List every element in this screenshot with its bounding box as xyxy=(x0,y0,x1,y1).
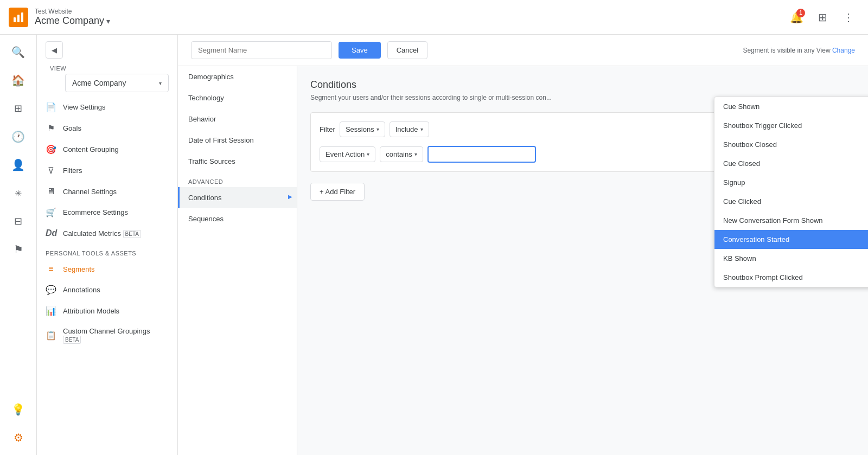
nav-flag[interactable]: ⚑ xyxy=(5,236,31,262)
sidebar: ◀ VIEW Acme Company ▾ 📄 View Settings ⚑ … xyxy=(37,35,178,455)
event-action-dropdown[interactable]: Event Action ▾ xyxy=(320,146,375,162)
main-layout: 🔍 🏠 ⊞ 🕐 👤 ✳ ⊟ ⚑ 💡 ⚙ ◀ VIEW Acme Company … xyxy=(0,35,868,455)
cancel-button[interactable]: Cancel xyxy=(387,41,427,59)
include-arrow: ▾ xyxy=(420,126,423,132)
dropdown-item-signup[interactable]: Signup xyxy=(714,173,868,192)
notification-badge: 1 xyxy=(796,9,805,17)
nav-dashboard[interactable]: ⊞ xyxy=(5,95,31,121)
add-filter-button[interactable]: + Add Filter xyxy=(310,183,365,201)
dropdown-item-shoutbox-closed[interactable]: Shoutbox Closed xyxy=(714,135,868,154)
nav-users[interactable]: 👤 xyxy=(5,152,31,178)
view-settings-icon: 📄 xyxy=(46,102,56,112)
seg-nav-sequences[interactable]: Sequences xyxy=(178,208,297,229)
beta-badge-channel: BETA xyxy=(63,336,81,344)
seg-nav-traffic-sources[interactable]: Traffic Sources xyxy=(178,151,297,172)
channel-settings-icon: 🖥 xyxy=(46,187,56,196)
dropdown-item-shoutbox-prompt-clicked[interactable]: Shoutbox Prompt Clicked xyxy=(714,268,868,287)
annotations-icon: 💬 xyxy=(46,285,56,295)
sidebar-item-custom-channel-groupings[interactable]: 📋 Custom Channel Groupings BETA xyxy=(37,322,177,349)
seg-nav-behavior[interactable]: Behavior xyxy=(178,108,297,130)
filter-type-dropdown[interactable]: Sessions ▾ xyxy=(340,121,385,137)
dropdown-item-cue-clicked[interactable]: Cue Clicked xyxy=(714,192,868,211)
apps-button[interactable]: ⊞ xyxy=(812,7,833,28)
segment-body: Demographics Technology Behavior Date of… xyxy=(178,66,868,455)
seg-nav-demographics[interactable]: Demographics xyxy=(178,66,297,87)
nav-reports[interactable]: 🕐 xyxy=(5,124,31,150)
visibility-text: Segment is visible in any View Change xyxy=(743,47,855,54)
segment-nav-panel: Demographics Technology Behavior Date of… xyxy=(178,66,297,455)
change-link[interactable]: Change xyxy=(832,47,855,54)
left-nav: 🔍 🏠 ⊞ 🕐 👤 ✳ ⊟ ⚑ 💡 ⚙ xyxy=(0,35,37,455)
filters-icon: ⊽ xyxy=(46,165,56,176)
sidebar-item-filters[interactable]: ⊽ Filters xyxy=(37,160,177,181)
advanced-section-label: Advanced xyxy=(178,172,297,187)
contains-dropdown[interactable]: contains ▾ xyxy=(380,146,423,162)
custom-channel-icon: 📋 xyxy=(46,330,56,341)
segment-content-panel: Conditions Segment your users and/or the… xyxy=(297,66,868,455)
contains-arrow: ▾ xyxy=(414,151,417,157)
content-area: Save Cancel Segment is visible in any Vi… xyxy=(178,35,868,455)
sidebar-header: ◀ xyxy=(37,35,177,65)
back-button[interactable]: ◀ xyxy=(46,41,63,59)
app-logo xyxy=(9,8,28,27)
segment-name-input[interactable] xyxy=(191,41,332,59)
sidebar-item-content-grouping[interactable]: 🎯 Content Grouping xyxy=(37,139,177,160)
nav-acquisition[interactable]: ✳ xyxy=(5,180,31,206)
seg-nav-technology[interactable]: Technology xyxy=(178,87,297,108)
event-action-arrow: ▾ xyxy=(367,151,369,157)
account-dropdown-arrow: ▾ xyxy=(106,17,110,25)
view-select[interactable]: Acme Company ▾ xyxy=(65,74,169,92)
dropdown-item-cue-closed[interactable]: Cue Closed xyxy=(714,154,868,173)
nav-home[interactable]: 🏠 xyxy=(5,67,31,93)
autocomplete-dropdown: Cue Shown Shoutbox Trigger Clicked Shout… xyxy=(714,97,868,287)
nav-lightbulb[interactable]: 💡 xyxy=(5,396,31,422)
filter-label: Filter xyxy=(320,125,335,133)
nav-settings[interactable]: ⚙ xyxy=(5,425,31,451)
save-button[interactable]: Save xyxy=(339,42,381,59)
sidebar-item-segments[interactable]: ≡ Segments xyxy=(37,259,177,279)
svg-rect-1 xyxy=(17,15,20,22)
attribution-models-icon: 📊 xyxy=(46,306,56,316)
ecommerce-settings-icon: 🛒 xyxy=(46,207,56,217)
content-grouping-icon: 🎯 xyxy=(46,144,56,155)
view-dropdown-arrow: ▾ xyxy=(159,80,162,86)
account-info: Test Website Acme Company ▾ xyxy=(35,8,110,27)
dropdown-item-new-conversation-form-shown[interactable]: New Conversation Form Shown xyxy=(714,211,868,230)
more-options-button[interactable]: ⋮ xyxy=(838,7,859,28)
goals-icon: ⚑ xyxy=(46,123,56,133)
seg-nav-conditions[interactable]: Conditions xyxy=(178,187,297,208)
topbar: Test Website Acme Company ▾ 🔔 1 ⊞ ⋮ xyxy=(0,0,868,35)
beta-badge-calculated: BETA xyxy=(123,230,141,238)
sidebar-item-goals[interactable]: ⚑ Goals xyxy=(37,118,177,139)
nav-search[interactable]: 🔍 xyxy=(5,39,31,65)
nav-admin[interactable]: ⊟ xyxy=(5,208,31,234)
calculated-metrics-icon: Dd xyxy=(46,228,56,238)
conditions-title: Conditions xyxy=(310,79,855,91)
sidebar-item-annotations[interactable]: 💬 Annotations xyxy=(37,279,177,300)
notifications-button[interactable]: 🔔 1 xyxy=(786,7,807,28)
filter-type-arrow: ▾ xyxy=(376,126,379,132)
sidebar-item-view-settings[interactable]: 📄 View Settings xyxy=(37,97,177,118)
dropdown-item-kb-shown[interactable]: KB Shown xyxy=(714,249,868,268)
site-name: Test Website xyxy=(35,8,110,15)
include-dropdown[interactable]: Include ▾ xyxy=(390,121,429,137)
view-label: VIEW xyxy=(50,65,169,72)
sidebar-item-calculated-metrics[interactable]: Dd Calculated Metrics BETA xyxy=(37,223,177,243)
segments-icon: ≡ xyxy=(46,264,56,274)
sidebar-item-channel-settings[interactable]: 🖥 Channel Settings xyxy=(37,181,177,202)
seg-nav-date-of-first-session[interactable]: Date of First Session xyxy=(178,130,297,151)
svg-rect-2 xyxy=(21,12,23,22)
top-icons: 🔔 1 ⊞ ⋮ xyxy=(786,7,859,28)
segment-topbar: Save Cancel Segment is visible in any Vi… xyxy=(178,35,868,66)
sidebar-item-attribution-models[interactable]: 📊 Attribution Models xyxy=(37,300,177,322)
account-name[interactable]: Acme Company ▾ xyxy=(35,15,110,27)
dropdown-item-cue-shown[interactable]: Cue Shown xyxy=(714,97,868,116)
dropdown-item-shoutbox-trigger-clicked[interactable]: Shoutbox Trigger Clicked xyxy=(714,116,868,135)
dropdown-item-conversation-started[interactable]: Conversation Started xyxy=(714,230,868,249)
personal-section-title: PERSONAL TOOLS & ASSETS xyxy=(37,243,177,259)
filter-value-input[interactable] xyxy=(427,146,536,163)
svg-rect-0 xyxy=(14,17,16,22)
sidebar-item-ecommerce-settings[interactable]: 🛒 Ecommerce Settings xyxy=(37,202,177,223)
